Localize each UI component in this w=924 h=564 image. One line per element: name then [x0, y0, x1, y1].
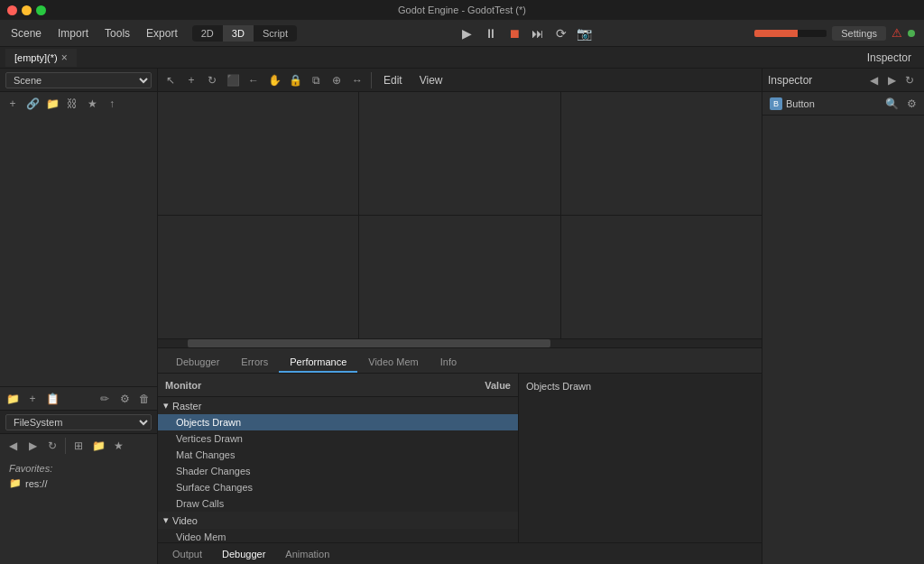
viewport-cell-3 — [561, 92, 762, 215]
settings-button[interactable]: Settings — [832, 26, 886, 41]
close-btn[interactable] — [7, 5, 17, 15]
tab-video-mem[interactable]: Video Mem — [357, 353, 429, 373]
output-tab-debugger[interactable]: Debugger — [213, 547, 274, 561]
menu-import[interactable]: Import — [51, 24, 96, 42]
et-arrows[interactable]: ↔ — [348, 71, 366, 89]
et-sep — [371, 72, 372, 88]
output-tab-animation[interactable]: Animation — [276, 547, 338, 561]
viewport-cell-6 — [561, 216, 762, 338]
tab-performance[interactable]: Performance — [279, 353, 357, 373]
scene-panel: Scene + 🔗 📁 ⛓ ★ ↑ 📁 + 📋 ✏ ⚙ 🗑 — [0, 69, 157, 411]
left-panel: Scene + 🔗 📁 ⛓ ★ ↑ 📁 + 📋 ✏ ⚙ 🗑 — [0, 69, 158, 564]
scene-bottom-4[interactable]: ✏ — [96, 390, 114, 408]
scene-bottom-6[interactable]: 🗑 — [135, 390, 153, 408]
fs-toolbar: ◀ ▶ ↻ ⊞ 📁 ★ — [0, 434, 157, 458]
camera-btn[interactable]: 📷 — [575, 23, 595, 43]
minimize-btn[interactable] — [22, 5, 32, 15]
group-raster[interactable]: ▾ Raster — [158, 397, 518, 414]
scene-arrow-btn[interactable]: ↑ — [103, 95, 121, 113]
status-dot — [908, 30, 915, 37]
play-btn[interactable]: ▶ — [457, 23, 477, 43]
menu-scene[interactable]: Scene — [4, 24, 49, 42]
inspector-forward[interactable]: ▶ — [882, 71, 901, 89]
scene-bottom-1[interactable]: 📁 — [4, 390, 22, 408]
output-tab-output[interactable]: Output — [163, 547, 211, 561]
maximize-btn[interactable] — [36, 5, 46, 15]
loop-btn[interactable]: ⟳ — [551, 23, 571, 43]
stop-btn[interactable]: ⏹ — [504, 23, 524, 43]
run-bar-right: Settings ⚠ — [754, 26, 920, 41]
item-mat-changes[interactable]: Mat Changes — [158, 447, 518, 463]
view-3d[interactable]: 3D — [223, 25, 254, 42]
inspector-history[interactable]: ↻ — [901, 71, 919, 89]
tab-info[interactable]: Info — [430, 353, 467, 373]
et-rotate[interactable]: ↻ — [203, 71, 221, 89]
scene-chain-btn[interactable]: ⛓ — [63, 95, 81, 113]
item-shader-changes[interactable]: Shader Changes — [158, 463, 518, 479]
scene-bottom-5[interactable]: ⚙ — [116, 390, 134, 408]
fs-refresh[interactable]: ↻ — [43, 437, 61, 455]
scene-add-btn[interactable]: + — [4, 95, 22, 113]
item-surface-changes[interactable]: Surface Changes — [158, 479, 518, 495]
step-btn[interactable]: ⏭ — [528, 23, 548, 43]
et-lock[interactable]: 🔒 — [286, 71, 304, 89]
fs-grid[interactable]: ⊞ — [69, 437, 88, 455]
et-group[interactable]: ⧉ — [307, 71, 325, 89]
et-rect[interactable]: ⬛ — [224, 71, 242, 89]
view-menu[interactable]: View — [412, 71, 450, 89]
et-select[interactable]: ↖ — [162, 71, 180, 89]
tab-bar-top: [empty](*) × Inspector — [0, 47, 924, 69]
menu-export[interactable]: Export — [139, 24, 185, 42]
scene-bottom-3[interactable]: 📋 — [43, 390, 61, 408]
tab-errors[interactable]: Errors — [230, 353, 279, 373]
monitor-panel: Monitor Value ▾ Raster Objects Drawn Ver… — [158, 374, 519, 542]
view-script[interactable]: Script — [254, 25, 297, 42]
item-draw-calls[interactable]: Draw Calls — [158, 495, 518, 512]
item-objects-drawn[interactable]: Objects Drawn — [158, 414, 518, 430]
view-2d[interactable]: 2D — [192, 25, 223, 42]
viewport-scrollbar[interactable] — [158, 338, 762, 347]
fs-folder-new[interactable]: 📁 — [89, 437, 107, 455]
main-layout: Scene + 🔗 📁 ⛓ ★ ↑ 📁 + 📋 ✏ ⚙ 🗑 — [0, 69, 924, 564]
et-add[interactable]: + — [182, 71, 200, 89]
inspector-back[interactable]: ◀ — [864, 71, 882, 89]
right-panel: Inspector ◀ ▶ ↻ B Button 🔍 ⚙ — [762, 69, 924, 564]
inspector-gear[interactable]: ⚙ — [902, 95, 920, 113]
et-back[interactable]: ← — [245, 71, 263, 89]
scene-bottom-2[interactable]: + — [23, 390, 42, 408]
item-video-mem[interactable]: Video Mem — [158, 529, 518, 542]
scene-folder-btn[interactable]: 📁 — [43, 95, 61, 113]
inspector-search[interactable]: 🔍 — [882, 95, 901, 113]
edit-menu[interactable]: Edit — [376, 71, 410, 89]
menu-tools[interactable]: Tools — [97, 24, 137, 42]
scene-tree — [0, 116, 157, 386]
tab-debugger[interactable]: Debugger — [165, 353, 230, 373]
scene-dropdown[interactable]: Scene — [5, 72, 152, 88]
et-link[interactable]: ⊕ — [328, 71, 346, 89]
et-hand[interactable]: ✋ — [265, 71, 283, 89]
scene-link-btn[interactable]: 🔗 — [23, 95, 42, 113]
scene-star-btn[interactable]: ★ — [83, 95, 101, 113]
monitor-header: Monitor Value — [158, 374, 518, 397]
tab-empty[interactable]: [empty](*) × — [5, 49, 77, 67]
fs-content: Favorites: 📁 res:// — [0, 458, 157, 564]
output-tabs: Output Debugger Animation — [158, 542, 762, 564]
fs-back[interactable]: ◀ — [4, 437, 22, 455]
bottom-content: Monitor Value ▾ Raster Objects Drawn Ver… — [158, 374, 762, 542]
fs-item-res[interactable]: 📁 res:// — [5, 476, 152, 491]
fs-header: FileSystem — [0, 411, 157, 434]
fs-dropdown[interactable]: FileSystem — [5, 414, 152, 430]
fs-fav[interactable]: ★ — [109, 437, 127, 455]
tab-close-icon[interactable]: × — [61, 51, 68, 64]
item-vertices-drawn[interactable]: Vertices Drawn — [158, 430, 518, 447]
monitor-list: ▾ Raster Objects Drawn Vertices Drawn Ma… — [158, 397, 518, 542]
scene-toolbar: + 🔗 📁 ⛓ ★ ↑ — [0, 92, 157, 116]
pause-btn[interactable]: ⏸ — [481, 23, 501, 43]
inspector-node[interactable]: B Button — [766, 96, 818, 112]
group-video[interactable]: ▾ Video — [158, 512, 518, 529]
scrollbar-thumb[interactable] — [188, 339, 550, 347]
viewport — [158, 92, 762, 338]
fs-forward[interactable]: ▶ — [23, 437, 42, 455]
detail-panel: Objects Drawn — [519, 374, 762, 542]
folder-icon: 📁 — [9, 477, 22, 489]
